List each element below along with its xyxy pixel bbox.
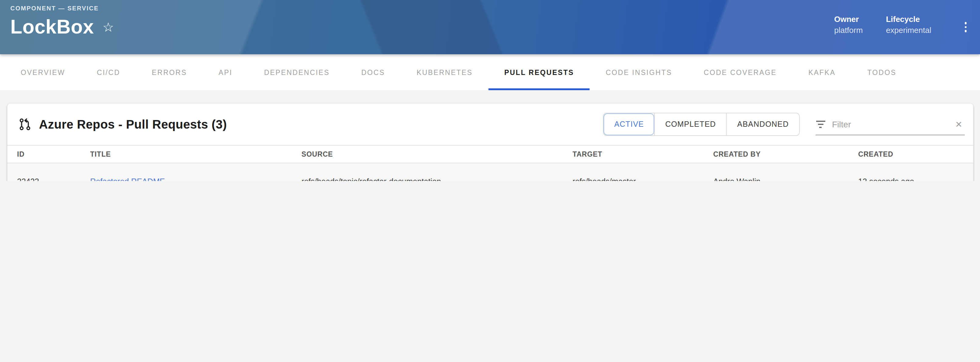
page-title: LockBox — [10, 17, 94, 37]
cell-source: refs/heads/topic/refactor-documentation — [301, 176, 573, 181]
filter-input[interactable] — [831, 118, 950, 129]
git-pull-request-icon — [18, 118, 32, 131]
entity-header: COMPONENT — SERVICE LockBox ☆ Owner plat… — [0, 0, 980, 54]
owner-stat: Owner platform — [834, 14, 863, 35]
filter-field: ✕ — [816, 113, 965, 135]
entity-breadcrumb: COMPONENT — SERVICE — [10, 5, 980, 11]
table-header-row: ID TITLE SOURCE TARGET CREATED BY CREATE… — [7, 145, 973, 163]
column-header-source: SOURCE — [301, 150, 573, 158]
lifecycle-label: Lifecycle — [886, 14, 931, 24]
filter-list-icon — [816, 120, 825, 128]
column-header-title: TITLE — [90, 150, 301, 158]
tab-dependencies[interactable]: DEPENDENCIES — [248, 54, 345, 90]
tab-todos[interactable]: TODOS — [851, 54, 912, 90]
status-filter-group: ACTIVE COMPLETED ABANDONED — [603, 113, 800, 136]
owner-value: platform — [834, 26, 863, 35]
cell-target: refs/heads/master — [573, 176, 713, 181]
table-row: 22422 Refactored README refs/heads/topic… — [7, 163, 973, 181]
column-header-created: CREATED — [858, 150, 973, 158]
cell-created: 13 seconds ago — [858, 176, 973, 181]
tab-api[interactable]: API — [203, 54, 248, 90]
column-header-created-by: CREATED BY — [713, 150, 858, 158]
cell-created-by: Andre Wanlin — [713, 176, 858, 181]
column-header-target: TARGET — [573, 150, 713, 158]
filter-active-button[interactable]: ACTIVE — [604, 113, 654, 135]
favorite-star-icon[interactable]: ☆ — [103, 20, 114, 35]
tab-overview[interactable]: OVERVIEW — [5, 54, 81, 90]
tab-ci-cd[interactable]: CI/CD — [81, 54, 136, 90]
tab-kafka[interactable]: KAFKA — [792, 54, 851, 90]
tab-kubernetes[interactable]: KUBERNETES — [401, 54, 488, 90]
lifecycle-stat: Lifecycle experimental — [886, 14, 931, 35]
entity-tab-bar: OVERVIEW CI/CD ERRORS API DEPENDENCIES D… — [0, 54, 980, 90]
tab-code-insights[interactable]: CODE INSIGHTS — [590, 54, 688, 90]
cell-id: 22422 — [17, 176, 90, 181]
lifecycle-value: experimental — [886, 26, 931, 35]
card-title: Azure Repos - Pull Requests (3) — [39, 117, 227, 131]
column-header-id: ID — [17, 150, 90, 158]
tab-errors[interactable]: ERRORS — [136, 54, 203, 90]
page-content: Azure Repos - Pull Requests (3) ACTIVE C… — [0, 90, 980, 181]
pull-requests-card: Azure Repos - Pull Requests (3) ACTIVE C… — [7, 104, 973, 181]
clear-filter-icon[interactable]: ✕ — [955, 119, 965, 129]
table-body: 22422 Refactored README refs/heads/topic… — [7, 163, 973, 181]
kebab-menu-icon[interactable] — [962, 19, 969, 34]
tab-docs[interactable]: DOCS — [345, 54, 401, 90]
pr-title-link[interactable]: Refactored README — [90, 176, 165, 181]
tab-code-coverage[interactable]: CODE COVERAGE — [688, 54, 793, 90]
owner-label: Owner — [834, 14, 863, 24]
filter-abandoned-button[interactable]: ABANDONED — [726, 113, 799, 135]
app-root: COMPONENT — SERVICE LockBox ☆ Owner plat… — [0, 0, 980, 181]
tab-pull-requests[interactable]: PULL REQUESTS — [488, 54, 590, 90]
filter-completed-button[interactable]: COMPLETED — [654, 113, 726, 135]
